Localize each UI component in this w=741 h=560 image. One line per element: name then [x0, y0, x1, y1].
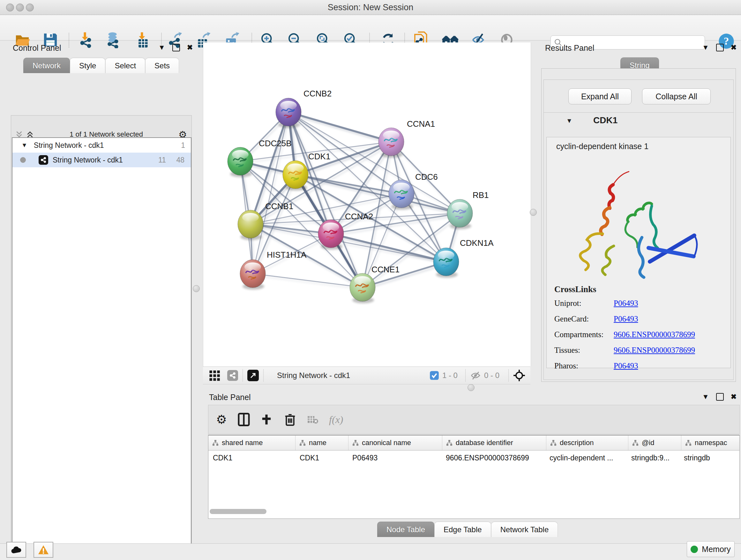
collection-label: String Network - cdk1: [34, 141, 104, 150]
table-cell[interactable]: stringdb: [679, 454, 740, 462]
crosslink-row: Compartments:9606.ENSP00000378699: [554, 330, 731, 339]
fit-target-icon[interactable]: [513, 369, 525, 381]
maximize-panel-icon[interactable]: [172, 44, 180, 51]
node-label-CDKN1A: CDKN1A: [460, 238, 494, 248]
edge-CCNA2-CDKN1A[interactable]: [331, 234, 446, 262]
network-collection-row[interactable]: ▼ String Network - cdk1 1: [12, 138, 191, 152]
add-column-icon[interactable]: [261, 414, 272, 425]
expand-all-button[interactable]: Expand All: [568, 88, 631, 105]
grid-view-icon[interactable]: [209, 370, 220, 381]
table-options-gear-icon[interactable]: ⚙: [216, 413, 227, 427]
float-panel-icon[interactable]: ▼: [702, 393, 709, 401]
crosslink-label: Pharos:: [554, 361, 614, 370]
network-canvas[interactable]: CCNB2CCNA1CDC25BCDK1CDC6RB1CCNB1CCNA2CDK…: [203, 43, 531, 367]
function-builder-icon[interactable]: f(x): [329, 414, 343, 426]
table-cell[interactable]: cyclin-dependent ...: [545, 454, 627, 462]
tab-network[interactable]: Network: [23, 58, 70, 73]
horizontal-splitter-handle[interactable]: [468, 384, 475, 391]
close-panel-icon[interactable]: ✖: [731, 393, 737, 401]
crosslink-value-link[interactable]: 9606.ENSP00000378699: [614, 330, 695, 339]
table-cell[interactable]: CDK1: [295, 454, 348, 462]
selected-nodes-checkbox-icon[interactable]: [429, 371, 439, 380]
tab-edge-table[interactable]: Edge Table: [434, 522, 491, 537]
node-CCNE1[interactable]: CCNE1: [350, 265, 400, 303]
node-CCNA1[interactable]: CCNA1: [379, 119, 435, 158]
selected-counter: 1 - 0: [442, 371, 458, 380]
protein-structure-image: [559, 153, 710, 281]
string-network-icon: [39, 155, 48, 165]
scrollbar-thumb[interactable]: [210, 509, 266, 514]
column-type-icon: [299, 440, 306, 446]
column-header-description[interactable]: description: [546, 435, 628, 450]
left-splitter-handle[interactable]: [193, 285, 200, 292]
column-header-@id[interactable]: @id: [628, 435, 681, 450]
column-header-database-identifier[interactable]: database identifier: [442, 435, 546, 450]
tab-style[interactable]: Style: [70, 58, 105, 73]
horizontal-scrollbar[interactable]: [210, 509, 738, 515]
table-cell[interactable]: CDK1: [208, 454, 295, 462]
memory-label: Memory: [702, 545, 731, 554]
column-header-canonical-name[interactable]: canonical name: [348, 435, 442, 450]
network-overview-icon[interactable]: [227, 370, 238, 381]
cloud-status-button[interactable]: [6, 542, 26, 558]
window-title: Session: New Session: [0, 0, 741, 15]
node-RB1[interactable]: RB1: [447, 190, 489, 229]
node-table[interactable]: shared namenamecanonical namedatabase id…: [208, 435, 740, 519]
close-panel-icon[interactable]: ✖: [187, 44, 193, 52]
maximize-panel-icon[interactable]: [716, 44, 724, 51]
memory-button[interactable]: Memory: [687, 541, 735, 557]
results-buttons-box: Expand All Collapse All: [543, 79, 734, 113]
control-panel-tabs: NetworkStyleSelectSets: [23, 58, 179, 73]
float-panel-icon[interactable]: ▼: [158, 44, 165, 52]
edge-HIST1H1A-CCNE1[interactable]: [253, 273, 362, 287]
gene-name: CDK1: [593, 115, 617, 125]
column-header-name[interactable]: name: [295, 435, 348, 450]
table-row[interactable]: CDK1CDK1P064939606.ENSP00000378699cyclin…: [208, 450, 739, 465]
string-network-graph[interactable]: CCNB2CCNA1CDC25BCDK1CDC6RB1CCNB1CCNA2CDK…: [203, 43, 531, 367]
current-network-dot-icon: [20, 157, 26, 163]
table-cell[interactable]: stringdb:9...: [627, 454, 679, 462]
delete-table-icon[interactable]: [307, 415, 318, 424]
node-label-CDK1: CDK1: [308, 152, 330, 161]
crosslink-value-link[interactable]: 9606.ENSP00000378699: [614, 346, 695, 355]
tab-sets[interactable]: Sets: [145, 58, 179, 73]
table-cell[interactable]: P06493: [348, 454, 441, 462]
crosslink-value-link[interactable]: P06493: [614, 299, 638, 308]
column-header-namespac[interactable]: namespac: [681, 435, 740, 450]
close-panel-icon[interactable]: ✖: [731, 44, 737, 52]
warnings-button[interactable]: [33, 542, 53, 558]
crosslink-row: Uniprot:P06493: [554, 299, 731, 308]
node-label-CDC6: CDC6: [415, 172, 438, 182]
tab-select[interactable]: Select: [105, 58, 145, 73]
show-columns-icon[interactable]: [238, 413, 250, 426]
detach-view-icon[interactable]: [247, 370, 259, 381]
float-panel-icon[interactable]: ▼: [702, 44, 709, 52]
node-CCNA2[interactable]: CCNA2: [318, 212, 373, 250]
node-label-CCNA2: CCNA2: [345, 212, 373, 221]
column-type-icon: [550, 440, 556, 446]
node-table-header[interactable]: shared namenamecanonical namedatabase id…: [208, 435, 739, 450]
right-splitter-handle[interactable]: [530, 209, 537, 216]
hidden-eye-icon[interactable]: [470, 371, 481, 380]
cdk1-result-section: ▼ CDK1 cyclin-dependent kinase 1: [543, 112, 734, 380]
table-cell[interactable]: 9606.ENSP00000378699: [441, 454, 545, 462]
control-panel-title: Control Panel: [13, 44, 61, 53]
column-header-shared-name[interactable]: shared name: [208, 435, 295, 450]
collapse-collection-icon[interactable]: ▼: [21, 142, 27, 149]
delete-column-icon[interactable]: [284, 413, 296, 426]
tab-network-table[interactable]: Network Table: [491, 522, 558, 537]
crosslink-value-link[interactable]: P06493: [614, 361, 638, 370]
node-CDK1[interactable]: CDK1: [283, 152, 330, 191]
node-CDKN1A[interactable]: CDKN1A: [433, 238, 494, 278]
maximize-panel-icon[interactable]: [716, 393, 724, 401]
collapse-all-button[interactable]: Collapse All: [642, 88, 711, 105]
tab-node-table[interactable]: Node Table: [377, 522, 434, 537]
toolbar-separator: [263, 369, 264, 382]
collapse-section-icon[interactable]: ▼: [566, 117, 572, 125]
crosslink-value-link[interactable]: P06493: [614, 314, 638, 323]
node-HIST1H1A[interactable]: HIST1H1A: [240, 250, 307, 290]
crosslink-label: Tissues:: [554, 346, 614, 355]
status-bar: Memory: [0, 543, 741, 560]
network-row-label: String Network - cdk1: [53, 156, 123, 165]
network-row-selected[interactable]: String Network - cdk1 11 48: [12, 152, 191, 167]
